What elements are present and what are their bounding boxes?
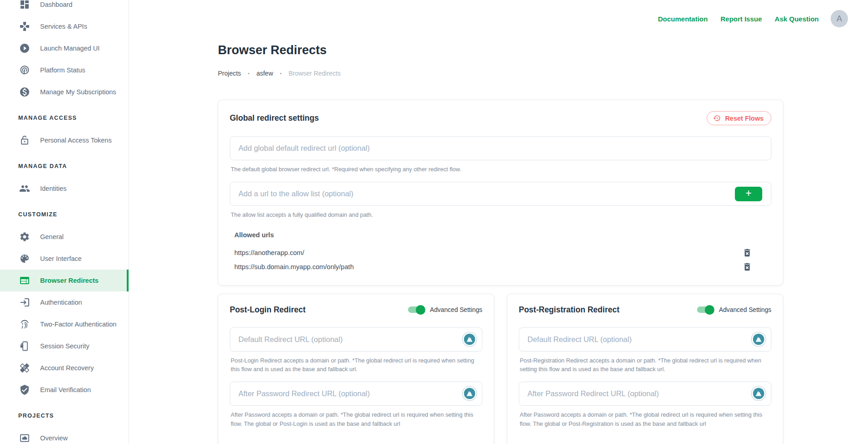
dashboard-icon <box>19 0 30 10</box>
sidebar-item-label: Authentication <box>40 299 82 306</box>
url-variable-icon[interactable] <box>462 332 477 347</box>
bandage-icon <box>19 362 30 373</box>
documentation-link[interactable]: Documentation <box>658 15 708 23</box>
post-registration-default-helper: Post-Registration Redirect accepts a dom… <box>520 356 770 374</box>
delete-url-button[interactable] <box>742 248 752 258</box>
sidebar-item-label: Account Recovery <box>40 365 94 372</box>
sidebar-item-authentication[interactable]: Authentication <box>0 291 129 313</box>
sidebar-item-identities[interactable]: Identities <box>0 178 129 199</box>
fingerprint-icon <box>19 319 30 330</box>
post-login-after-password-input[interactable] <box>230 382 482 406</box>
sidebar-item-browser-redirects[interactable]: Browser Redirects <box>0 270 129 291</box>
breadcrumb-separator: • <box>248 71 250 76</box>
sidebar-item-platform-status[interactable]: Platform Status <box>0 59 129 81</box>
sidebar-item-label: Browser Redirects <box>40 277 98 284</box>
lock-icon <box>19 135 30 146</box>
sidebar-item-label: User Interface <box>40 255 82 262</box>
sidebar: Dashboard Services & APIs Launch Managed… <box>0 0 129 444</box>
sidebar-item-label: Services & APIs <box>40 23 87 30</box>
allow-list-helper: The allow list accepts a fully qualified… <box>231 210 770 219</box>
sidebar-item-account-recovery[interactable]: Account Recovery <box>0 357 129 379</box>
global-card-title: Global redirect settings <box>230 113 319 123</box>
toggle-switch-on[interactable] <box>697 306 713 313</box>
sidebar-item-label: Overview <box>40 435 67 442</box>
ask-question-link[interactable]: Ask Question <box>775 15 819 23</box>
shield-check-icon <box>19 384 30 395</box>
browser-window-icon <box>19 275 30 286</box>
subscriptions-dollar-icon <box>19 87 30 97</box>
breadcrumb-project-name[interactable]: asfew <box>256 70 273 77</box>
allowed-urls-section: Allowed urls https://anotherapp.com/ htt… <box>230 231 771 274</box>
post-login-card-title: Post-Login Redirect <box>230 305 305 315</box>
login-icon <box>19 297 30 308</box>
breadcrumb-separator: • <box>280 71 282 76</box>
people-icon <box>19 183 30 194</box>
avatar[interactable]: A <box>831 10 848 27</box>
delete-url-button[interactable] <box>742 262 752 272</box>
sidebar-item-overview[interactable]: Overview <box>0 427 129 444</box>
post-login-default-redirect-input[interactable] <box>230 327 482 352</box>
sidebar-item-label: Personal Access Tokens <box>40 137 112 144</box>
sidebar-item-label: Two-Factor Authentication <box>40 321 117 328</box>
sidebar-item-services-apis[interactable]: Services & APIs <box>0 15 129 37</box>
post-registration-redirect-card: Post-Registration Redirect Advanced Sett… <box>507 294 783 444</box>
platform-status-icon <box>19 65 30 76</box>
reset-flows-label: Reset Flows <box>725 115 764 122</box>
phone-lock-icon <box>19 341 30 352</box>
sidebar-item-user-interface[interactable]: User Interface <box>0 248 129 270</box>
sidebar-item-label: Session Security <box>40 343 89 350</box>
sidebar-item-session-security[interactable]: Session Security <box>0 335 129 357</box>
breadcrumb-projects[interactable]: Projects <box>218 70 241 77</box>
allowed-url-row: https://sub.domain.myapp.com/only/path <box>234 260 767 274</box>
main-content: Documentation Report Issue Ask Question … <box>129 0 868 444</box>
global-default-redirect-url-input[interactable] <box>230 136 771 160</box>
post-login-default-helper: Post-Login Redirect accepts a domain or … <box>231 356 481 374</box>
allowed-url-text: https://anotherapp.com/ <box>234 249 304 256</box>
services-apis-icon <box>19 21 30 32</box>
sidebar-section-manage-data: MANAGE DATA <box>0 159 129 173</box>
sidebar-section-projects: PROJECTS <box>0 409 129 423</box>
topbar: Documentation Report Issue Ask Question … <box>658 10 848 27</box>
sidebar-item-label: Identities <box>40 185 67 192</box>
sidebar-item-manage-my-subscriptions[interactable]: Manage My Subscriptions <box>0 81 129 103</box>
sidebar-section-manage-access: MANAGE ACCESS <box>0 111 129 125</box>
toggle-label: Advanced Settings <box>430 306 482 313</box>
report-issue-link[interactable]: Report Issue <box>720 15 762 23</box>
post-registration-card-title: Post-Registration Redirect <box>519 305 620 315</box>
sidebar-item-label: Manage My Subscriptions <box>40 89 116 96</box>
advanced-settings-toggle[interactable]: Advanced Settings <box>408 306 482 313</box>
sidebar-item-label: Launch Managed UI <box>40 45 100 52</box>
reset-flows-button[interactable]: Reset Flows <box>707 111 771 125</box>
sidebar-item-label: Email Verification <box>40 387 91 393</box>
sidebar-item-general[interactable]: General <box>0 226 129 248</box>
gear-icon <box>19 231 30 242</box>
add-allow-url-button[interactable]: + <box>735 187 762 201</box>
global-default-helper: The default global browser redirect url.… <box>231 165 770 174</box>
global-redirect-settings-card: Global redirect settings Reset Flows The… <box>218 100 783 286</box>
toggle-switch-on[interactable] <box>408 306 424 313</box>
allow-list-url-input[interactable] <box>230 182 771 206</box>
sidebar-item-personal-access-tokens[interactable]: Personal Access Tokens <box>0 129 129 151</box>
post-registration-after-password-helper: After Password accepts a domain or path.… <box>520 410 770 429</box>
allowed-url-text: https://sub.domain.myapp.com/only/path <box>234 263 354 270</box>
play-circle-icon <box>19 43 30 54</box>
sidebar-item-email-verification[interactable]: Email Verification <box>0 379 129 401</box>
history-icon <box>713 114 721 122</box>
url-variable-icon[interactable] <box>751 386 766 401</box>
post-registration-after-password-input[interactable] <box>519 382 771 406</box>
toggle-label: Advanced Settings <box>719 306 771 313</box>
post-registration-default-redirect-input[interactable] <box>519 327 771 352</box>
sidebar-item-label: General <box>40 234 64 240</box>
sidebar-item-dashboard[interactable]: Dashboard <box>0 0 129 15</box>
post-login-after-password-helper: After Password accepts a domain or path.… <box>231 410 481 429</box>
advanced-settings-toggle[interactable]: Advanced Settings <box>697 306 771 313</box>
breadcrumb: Projects • asfew • Browser Redirects <box>218 70 783 77</box>
sidebar-nav: Dashboard Services & APIs Launch Managed… <box>0 0 129 444</box>
breadcrumb-current: Browser Redirects <box>289 70 341 77</box>
url-variable-icon[interactable] <box>462 386 477 401</box>
sidebar-item-launch-managed-ui[interactable]: Launch Managed UI <box>0 37 129 59</box>
url-variable-icon[interactable] <box>751 332 766 347</box>
palette-icon <box>19 253 30 264</box>
sidebar-section-customize: CUSTOMIZE <box>0 208 129 221</box>
sidebar-item-two-factor-authentication[interactable]: Two-Factor Authentication <box>0 313 129 335</box>
